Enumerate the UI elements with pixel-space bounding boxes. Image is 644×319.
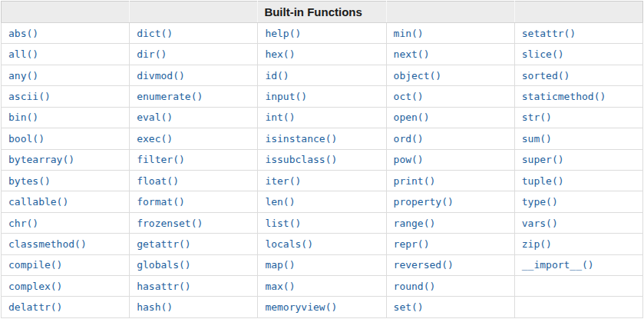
function-link[interactable]: property() (394, 196, 454, 208)
table-row: all()dir()hex()next()slice() (2, 44, 643, 65)
function-link[interactable]: ord() (394, 133, 424, 145)
function-link[interactable]: bin() (8, 111, 38, 123)
function-link[interactable]: compile() (8, 259, 62, 271)
function-link[interactable]: all() (8, 48, 38, 60)
function-link[interactable]: map() (265, 259, 295, 271)
function-link[interactable]: delattr() (8, 301, 62, 313)
function-link[interactable]: len() (265, 196, 295, 208)
function-link[interactable]: zip() (522, 238, 552, 250)
function-link[interactable]: hex() (265, 48, 295, 60)
function-link[interactable]: getattr() (137, 238, 190, 250)
function-link[interactable]: id() (265, 70, 289, 81)
function-link[interactable]: print() (394, 175, 436, 187)
function-cell: enumerate() (130, 86, 258, 107)
function-link[interactable]: iter() (265, 175, 301, 187)
table-row: abs()dict()help()min()setattr() (2, 23, 643, 44)
function-link[interactable]: any() (8, 70, 38, 81)
function-cell: compile() (2, 254, 130, 275)
function-cell: float() (130, 170, 258, 191)
function-link[interactable]: __import__() (522, 259, 594, 271)
function-cell: eval() (130, 107, 258, 128)
function-link[interactable]: staticmethod() (522, 91, 606, 102)
function-link[interactable]: max() (265, 281, 295, 292)
function-link[interactable]: super() (522, 154, 564, 165)
function-link[interactable]: exec() (137, 133, 173, 145)
function-cell: iter() (258, 170, 386, 191)
empty-cell (514, 276, 642, 297)
function-link[interactable]: sorted() (522, 70, 570, 81)
function-link[interactable]: type() (522, 196, 558, 208)
function-link[interactable]: pow() (394, 154, 424, 165)
function-link[interactable]: dict() (137, 28, 173, 39)
function-cell: id() (258, 65, 386, 85)
function-cell: delattr() (2, 297, 130, 318)
function-cell: bin() (2, 107, 130, 128)
function-link[interactable]: bool() (8, 133, 45, 145)
function-cell: reversed() (386, 254, 514, 275)
function-link[interactable]: input() (265, 91, 307, 102)
function-link[interactable]: float() (137, 175, 179, 187)
table-row: any()divmod()id()object()sorted() (2, 65, 643, 85)
function-link[interactable]: setattr() (522, 28, 576, 39)
function-link[interactable]: str() (522, 111, 552, 123)
function-link[interactable]: abs() (8, 28, 38, 39)
function-link[interactable]: hasattr() (137, 281, 190, 292)
function-link[interactable]: frozenset() (137, 218, 203, 229)
function-cell: sorted() (514, 65, 642, 85)
table-header-row: Built-in Functions (2, 2, 643, 23)
function-cell: format() (130, 191, 258, 212)
function-link[interactable]: globals() (137, 259, 190, 271)
function-cell: open() (386, 107, 514, 128)
function-link[interactable]: issubclass() (265, 154, 337, 165)
function-link[interactable]: int() (265, 111, 295, 123)
function-cell: complex() (2, 276, 130, 297)
function-link[interactable]: tuple() (522, 175, 564, 187)
function-cell: range() (386, 212, 514, 233)
function-link[interactable]: ascii() (8, 91, 51, 102)
function-link[interactable]: format() (137, 196, 185, 208)
function-link[interactable]: min() (394, 28, 424, 39)
table-row: callable()format()len()property()type() (2, 191, 643, 212)
function-link[interactable]: memoryview() (265, 301, 337, 313)
function-link[interactable]: classmethod() (8, 238, 87, 250)
function-link[interactable]: round() (394, 281, 436, 292)
function-cell: print() (386, 170, 514, 191)
function-link[interactable]: help() (265, 28, 301, 39)
function-cell: dir() (130, 44, 258, 65)
function-link[interactable]: repr() (394, 238, 430, 250)
function-cell: abs() (2, 23, 130, 44)
function-link[interactable]: callable() (8, 196, 68, 208)
function-link[interactable]: sum() (522, 133, 552, 145)
table-row: chr()frozenset()list()range()vars() (2, 212, 643, 233)
header-cell-empty (2, 2, 130, 23)
function-link[interactable]: list() (265, 218, 301, 229)
function-link[interactable]: range() (394, 218, 436, 229)
function-link[interactable]: bytearray() (8, 154, 74, 165)
function-cell: min() (386, 23, 514, 44)
function-cell: callable() (2, 191, 130, 212)
table-row: complex()hasattr()max()round() (2, 276, 643, 297)
function-link[interactable]: set() (394, 301, 424, 313)
table-body: abs()dict()help()min()setattr()all()dir(… (2, 23, 643, 318)
function-link[interactable]: reversed() (394, 259, 454, 271)
function-link[interactable]: hash() (137, 301, 173, 313)
function-link[interactable]: divmod() (137, 70, 185, 81)
function-link[interactable]: oct() (394, 91, 424, 102)
function-link[interactable]: isinstance() (265, 133, 337, 145)
function-link[interactable]: slice() (522, 48, 564, 60)
function-link[interactable]: complex() (8, 281, 62, 292)
function-link[interactable]: dir() (137, 48, 167, 60)
function-link[interactable]: bytes() (8, 175, 51, 187)
function-link[interactable]: object() (394, 70, 442, 81)
function-link[interactable]: locals() (265, 238, 313, 250)
function-link[interactable]: eval() (137, 111, 173, 123)
function-link[interactable]: open() (394, 111, 430, 123)
function-link[interactable]: vars() (522, 218, 558, 229)
function-link[interactable]: filter() (137, 154, 185, 165)
function-cell: setattr() (514, 23, 642, 44)
table-row: delattr()hash()memoryview()set() (2, 297, 643, 318)
function-link[interactable]: chr() (8, 218, 38, 229)
function-link[interactable]: enumerate() (137, 91, 203, 102)
function-cell: divmod() (130, 65, 258, 85)
function-link[interactable]: next() (394, 48, 430, 60)
